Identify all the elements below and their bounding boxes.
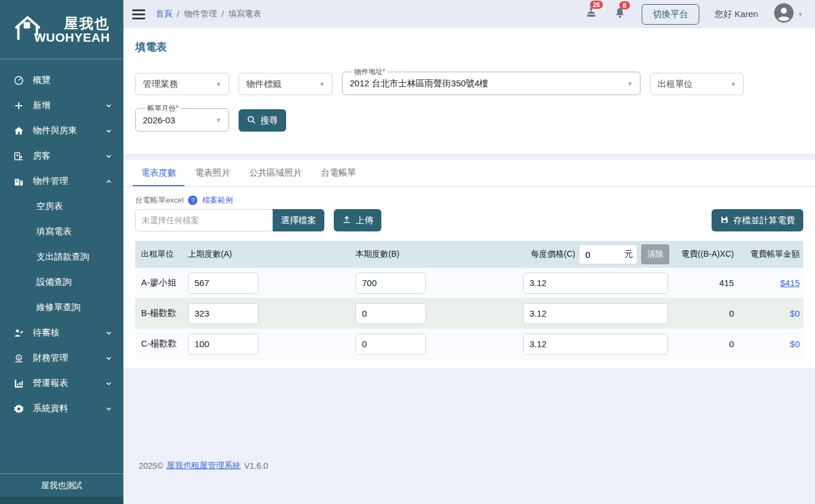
sidebar-subitem-fill-meter[interactable]: 填寫電表 <box>0 219 123 244</box>
sidebar-item-property-management[interactable]: 物件管理 <box>0 169 123 194</box>
prev-reading-input[interactable] <box>188 334 259 355</box>
brand-name-zh: 屋我也 <box>49 16 110 31</box>
caret-down-icon: ▼ <box>216 81 222 88</box>
sidebar-item-tenants[interactable]: 房客 <box>0 143 123 169</box>
help-icon[interactable]: ? <box>188 196 197 205</box>
page-title: 填電表 <box>135 40 803 54</box>
breadcrumb-home[interactable]: 首頁 <box>156 9 172 19</box>
sidebar-subitem-label: 空房表 <box>36 201 63 212</box>
amount-link[interactable]: $415 <box>780 278 800 288</box>
sidebar-item-pending-review[interactable]: 待審核 <box>0 320 123 345</box>
required-asterisk: * <box>176 104 179 112</box>
row-price-input[interactable] <box>523 273 668 294</box>
chevron-down-icon <box>105 152 113 160</box>
amount-link[interactable]: $0 <box>790 339 800 349</box>
user-greeting: 您好 Karen <box>715 9 758 20</box>
plus-icon <box>13 100 25 112</box>
unit-label: B-楊歡歡 <box>135 308 188 319</box>
bill-month-value: 2026-03 <box>143 115 175 125</box>
upload-row: 選擇檔案 上傳 存檔並計算電費 <box>135 209 803 231</box>
sidebar-subitem-vacancy-list[interactable]: 空房表 <box>0 194 123 219</box>
search-button-label: 搜尋 <box>260 115 278 126</box>
excel-upload-label: 台電帳單excel <box>135 195 183 206</box>
upload-label-row: 台電帳單excel ? 檔案範例 <box>135 195 803 206</box>
workspace-name[interactable]: 屋我也測試 <box>0 473 123 497</box>
clear-button[interactable]: 清除 <box>641 244 669 264</box>
choose-file-button[interactable]: 選擇檔案 <box>273 209 324 231</box>
sidebar-item-operation-reports[interactable]: 營運報表 <box>0 371 123 396</box>
sidebar-item-finance[interactable]: $ 財務管理 <box>0 345 123 371</box>
tenant-card-icon <box>13 150 25 162</box>
file-name-input[interactable] <box>135 209 273 231</box>
sidebar-item-overview[interactable]: 概覽 <box>0 68 123 93</box>
row-price-input[interactable] <box>523 303 668 324</box>
copyright-text: 2025© <box>139 461 163 471</box>
sidebar-bottom-bar <box>0 497 123 504</box>
rental-unit-select[interactable]: 出租單位 ▼ <box>650 73 744 95</box>
bill-month-label: 帳單月份* <box>145 103 181 113</box>
sidebar-item-label: 系統資料 <box>33 403 68 414</box>
switch-platform-button[interactable]: 切換平台 <box>642 4 699 25</box>
sidebar-subitem-repair-query[interactable]: 維修單查詢 <box>0 295 123 320</box>
stamp-notifications-button[interactable]: 26 <box>584 6 598 22</box>
save-and-calculate-button[interactable]: 存檔並計算電費 <box>712 209 803 231</box>
curr-reading-input[interactable] <box>355 273 426 294</box>
amount-link[interactable]: $0 <box>790 308 800 318</box>
upload-icon <box>342 215 351 226</box>
file-input-group: 選擇檔案 <box>135 209 324 231</box>
tab-public-area-photos[interactable]: 公共區域照片 <box>241 160 310 186</box>
tab-taipower-bill[interactable]: 台電帳單 <box>313 160 364 186</box>
brand-text: 屋我也 WUOHYEAH <box>49 16 110 43</box>
bell-notifications-button[interactable]: 8 <box>613 6 626 22</box>
property-tag-select[interactable]: 物件標籤 ▼ <box>239 73 333 95</box>
sidebar-item-add[interactable]: 新增 <box>0 93 123 118</box>
topbar: 首頁 / 物件管理 / 填寫電表 26 8 <box>123 0 815 28</box>
sidebar-subitem-label: 填寫電表 <box>36 226 72 237</box>
breadcrumb: 首頁 / 物件管理 / 填寫電表 <box>156 9 261 19</box>
manage-business-select[interactable]: 管理業務 ▼ <box>135 73 229 95</box>
system-name-link[interactable]: 屋我也租屋管理系統 <box>166 461 240 471</box>
search-button[interactable]: 搜尋 <box>239 109 286 132</box>
price-input-box: 元 <box>579 244 638 264</box>
curr-reading-input[interactable] <box>355 334 426 355</box>
breadcrumb-separator: / <box>177 9 179 19</box>
curr-reading-input[interactable] <box>355 303 426 324</box>
sidebar-item-system-data[interactable]: 系統資料 <box>0 396 123 421</box>
topbar-actions: 26 8 切換平台 您好 Karen ▼ <box>584 2 803 26</box>
prev-reading-input[interactable] <box>188 273 259 294</box>
row-price-input[interactable] <box>523 334 668 355</box>
header-prev-reading: 上期度數(A) <box>188 249 355 260</box>
save-icon <box>720 215 729 226</box>
caret-down-icon: ▼ <box>797 11 803 18</box>
sidebar-item-label: 物件管理 <box>33 176 68 187</box>
bar-chart-icon <box>13 378 25 389</box>
property-address-value: 2012 台北市士林區雨聲街350號4樓 <box>350 78 488 89</box>
stamp-badge-count: 26 <box>590 1 603 9</box>
sidebar-subitem-expense-query[interactable]: 支出請款查詢 <box>0 244 123 270</box>
table-row: C-楊歡歡 0 $0 <box>135 329 803 359</box>
bill-month-select[interactable]: 帳單月份* 2026-03 ▼ <box>135 103 229 132</box>
table-row: B-楊歡歡 0 $0 <box>135 298 803 329</box>
caret-down-icon: ▼ <box>730 81 736 88</box>
required-asterisk: * <box>383 68 385 76</box>
sidebar-item-property-landlord[interactable]: 物件與房東 <box>0 118 123 143</box>
user-menu-button[interactable]: ▼ <box>773 2 803 26</box>
table-header-row: 出租單位 上期度數(A) 本期度數(B) 每度價格(C) 元 清除 電費((B-… <box>135 241 803 268</box>
file-sample-link[interactable]: 檔案範例 <box>202 195 233 206</box>
sidebar-subitem-equipment-query[interactable]: 設備查詢 <box>0 270 123 295</box>
caret-down-icon: ▼ <box>627 80 633 87</box>
hamburger-menu-icon[interactable] <box>132 9 145 19</box>
property-address-select[interactable]: 物件地址* 2012 台北市士林區雨聲街350號4樓 ▼ <box>342 67 640 95</box>
section-gap <box>123 154 815 160</box>
chevron-down-icon <box>105 405 113 413</box>
prev-reading-input[interactable] <box>188 303 259 324</box>
caret-down-icon: ▼ <box>319 81 325 88</box>
upload-button[interactable]: 上傳 <box>334 209 381 231</box>
brand-name-en: WUOHYEAH <box>34 31 110 44</box>
caret-down-icon: ▼ <box>216 117 222 123</box>
header-curr-reading: 本期度數(B) <box>355 249 523 260</box>
sidebar: 屋我也 WUOHYEAH 概覽 新增 <box>0 0 123 504</box>
house-icon <box>13 125 25 137</box>
tab-meter-photos[interactable]: 電表照片 <box>187 160 239 186</box>
tab-meter-readings[interactable]: 電表度數 <box>133 160 185 186</box>
